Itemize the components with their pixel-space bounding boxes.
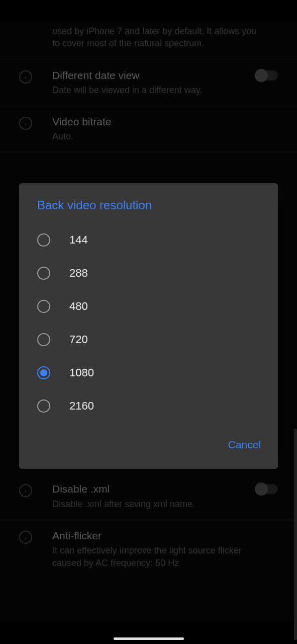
radio-option-480[interactable]: 480: [19, 290, 278, 323]
radio-label: 2160: [69, 399, 94, 413]
radio-label: 1080: [69, 366, 94, 379]
radio-label: 480: [69, 300, 88, 313]
radio-option-2160[interactable]: 2160: [19, 389, 278, 423]
radio-icon: [37, 267, 50, 280]
radio-icon: [37, 366, 50, 379]
home-indicator[interactable]: [114, 637, 184, 640]
dialog-actions: Cancel: [19, 429, 278, 464]
radio-list: 14428848072010802160: [19, 223, 278, 429]
radio-label: 720: [69, 333, 88, 346]
radio-option-1080[interactable]: 1080: [19, 356, 278, 389]
radio-option-720[interactable]: 720: [19, 323, 278, 356]
dialog-title: Back video resolution: [19, 183, 278, 223]
cancel-button[interactable]: Cancel: [226, 434, 263, 456]
radio-label: 144: [69, 233, 88, 247]
radio-option-288[interactable]: 288: [19, 257, 278, 290]
radio-icon: [37, 300, 50, 313]
radio-icon: [37, 399, 50, 413]
radio-icon: [37, 333, 50, 346]
resolution-dialog: Back video resolution 144288480720108021…: [19, 183, 278, 469]
radio-icon: [37, 233, 50, 247]
radio-option-144[interactable]: 144: [19, 223, 278, 257]
radio-label: 288: [69, 267, 88, 280]
